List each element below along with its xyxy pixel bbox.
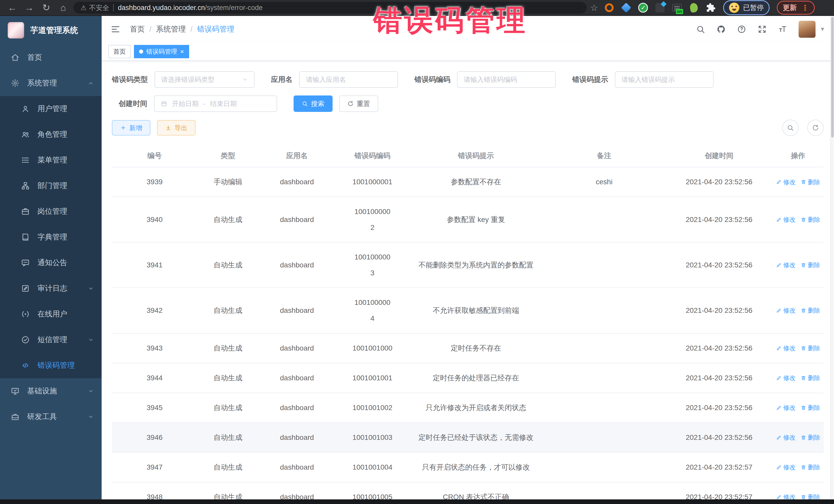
- export-button[interactable]: 导出: [157, 120, 196, 135]
- security-warning[interactable]: ⚠不安全: [81, 3, 109, 12]
- app-name-input[interactable]: [306, 76, 391, 84]
- fullscreen-icon[interactable]: [758, 25, 767, 34]
- paused-label: 已暂停: [743, 3, 764, 12]
- table-row: 3945 自动生成 dashboard 1001001002 只允许修改为开启或…: [112, 393, 824, 423]
- refresh-table-button[interactable]: [807, 119, 824, 136]
- search-button[interactable]: 搜索: [293, 95, 333, 112]
- breadcrumb-item[interactable]: 系统管理: [156, 24, 186, 35]
- edit-link[interactable]: 修改: [776, 306, 795, 314]
- error-code-input[interactable]: [464, 76, 549, 84]
- sidebar: 芋道管理系统 首页 系统管理 用户管理 角色管理 菜单管理 部门管理 岗位管理 …: [0, 16, 102, 499]
- sidebar-item-审计日志[interactable]: 审计日志: [0, 276, 102, 301]
- sidebar-item-通知公告[interactable]: 通知公告: [0, 250, 102, 276]
- kebab-menu-icon[interactable]: ⋮: [801, 3, 809, 12]
- address-bar[interactable]: ⚠不安全 dashboard.yudao.iocoder.cn/system/e…: [73, 2, 587, 14]
- sidebar-item-岗位管理[interactable]: 岗位管理: [0, 199, 102, 224]
- breadcrumb-separator: /: [191, 25, 193, 34]
- edit-link[interactable]: 修改: [776, 463, 795, 472]
- edit-link[interactable]: 修改: [776, 434, 795, 442]
- cell-message: 参数配置 key 重复: [410, 197, 543, 242]
- delete-link[interactable]: 删除: [800, 344, 820, 352]
- cell-app: dashboard: [258, 393, 335, 423]
- user-menu[interactable]: ▼: [798, 21, 825, 38]
- sidebar-item-字典管理[interactable]: 字典管理: [0, 224, 102, 250]
- tab-错误码管理[interactable]: 错误码管理×: [134, 45, 189, 58]
- extension-orange-icon[interactable]: [604, 3, 614, 13]
- home-icon[interactable]: ⌂: [57, 2, 70, 13]
- cell-message: 不允许获取敏感配置到前端: [410, 288, 543, 333]
- reset-button[interactable]: 重置: [339, 95, 378, 112]
- delete-link[interactable]: 删除: [800, 463, 820, 472]
- column-header: 创建时间: [666, 145, 772, 167]
- cell-id: 3948: [112, 482, 197, 499]
- delete-link[interactable]: 删除: [800, 493, 820, 499]
- github-icon[interactable]: [717, 25, 726, 34]
- delete-link[interactable]: 删除: [800, 178, 820, 186]
- edit-link[interactable]: 修改: [776, 178, 795, 186]
- toggle-search-button[interactable]: [782, 119, 798, 136]
- code-icon: [21, 361, 30, 370]
- editlog-icon: [21, 284, 30, 293]
- edit-link[interactable]: 修改: [776, 344, 795, 352]
- cell-message: CRON 表达式不正确: [410, 482, 543, 499]
- edit-link[interactable]: 修改: [776, 404, 795, 412]
- forward-icon[interactable]: →: [23, 2, 36, 13]
- bookmark-star-icon[interactable]: ☆: [590, 3, 598, 13]
- edit-link[interactable]: 修改: [776, 216, 795, 224]
- sidebar-item-研发工具[interactable]: 研发工具: [0, 404, 102, 430]
- add-button[interactable]: 新增: [112, 120, 150, 135]
- extension-squares-icon[interactable]: [655, 3, 665, 13]
- delete-link[interactable]: 删除: [800, 434, 820, 442]
- reload-icon[interactable]: ↻: [40, 2, 53, 13]
- sidebar-item-在线用户[interactable]: 在线用户: [0, 301, 102, 327]
- extension-green-check-icon[interactable]: ✓: [638, 3, 648, 13]
- help-icon[interactable]: [737, 25, 746, 34]
- update-button[interactable]: 更新 ⋮: [777, 1, 815, 15]
- extensions-puzzle-icon[interactable]: [706, 3, 716, 13]
- font-size-icon[interactable]: [778, 25, 787, 34]
- sidebar-item-错误码管理[interactable]: 错误码管理: [0, 353, 102, 378]
- pencil-icon: [776, 262, 782, 269]
- sidebar-item-菜单管理[interactable]: 菜单管理: [0, 147, 102, 173]
- trash-icon: [800, 216, 806, 223]
- back-icon[interactable]: ←: [6, 2, 19, 13]
- window-scrollbar[interactable]: [830, 16, 834, 499]
- search-icon[interactable]: [696, 25, 705, 34]
- cell-memo: [543, 423, 666, 453]
- sidebar-item-系统管理[interactable]: 系统管理: [0, 70, 102, 96]
- sidebar-item-用户管理[interactable]: 用户管理: [0, 96, 102, 122]
- delete-link[interactable]: 删除: [800, 404, 820, 412]
- delete-link[interactable]: 删除: [800, 216, 820, 224]
- edit-link[interactable]: 修改: [776, 261, 795, 269]
- logo[interactable]: 芋道管理系统: [0, 16, 102, 45]
- delete-link[interactable]: 删除: [800, 374, 820, 382]
- date-range-picker[interactable]: 开始日期 - 结束日期: [154, 95, 277, 112]
- breadcrumb-item[interactable]: 错误码管理: [197, 24, 234, 35]
- scrollbar-thumb[interactable]: [831, 17, 834, 137]
- error-hint-input[interactable]: [621, 76, 707, 84]
- extension-gem-icon[interactable]: [621, 3, 631, 13]
- extension-adblock-icon[interactable]: on: [672, 3, 682, 13]
- tab-首页[interactable]: 首页: [108, 45, 131, 58]
- sidebar-item-角色管理[interactable]: 角色管理: [0, 122, 102, 147]
- sidebar-item-首页[interactable]: 首页: [0, 45, 102, 70]
- sidebar-item-部门管理[interactable]: 部门管理: [0, 173, 102, 199]
- sidebar-item-短信管理[interactable]: 短信管理: [0, 327, 102, 353]
- edit-link[interactable]: 修改: [776, 374, 795, 382]
- hamburger-icon[interactable]: [110, 24, 120, 35]
- close-icon[interactable]: ×: [180, 48, 184, 55]
- sidebar-item-基础设施[interactable]: 基础设施: [0, 378, 102, 404]
- profile-paused-badge[interactable]: 已暂停: [723, 0, 770, 15]
- cell-code: 1001001004: [335, 453, 409, 482]
- breadcrumb-item[interactable]: 首页: [130, 24, 145, 35]
- cell-code: 1001001005: [335, 482, 409, 499]
- cell-message: 不能删除类型为系统内置的参数配置: [410, 242, 543, 288]
- table-row: 3939 手动编辑 dashboard 1001000001 参数配置不存在 c…: [112, 167, 824, 197]
- delete-link[interactable]: 删除: [800, 261, 820, 269]
- logo-image: [8, 22, 24, 39]
- delete-link[interactable]: 删除: [800, 306, 820, 314]
- extension-leaf-icon[interactable]: [689, 3, 699, 13]
- error-type-select[interactable]: 请选择错误码类型: [154, 71, 255, 88]
- user-avatar: [798, 21, 815, 38]
- edit-link[interactable]: 修改: [776, 493, 795, 499]
